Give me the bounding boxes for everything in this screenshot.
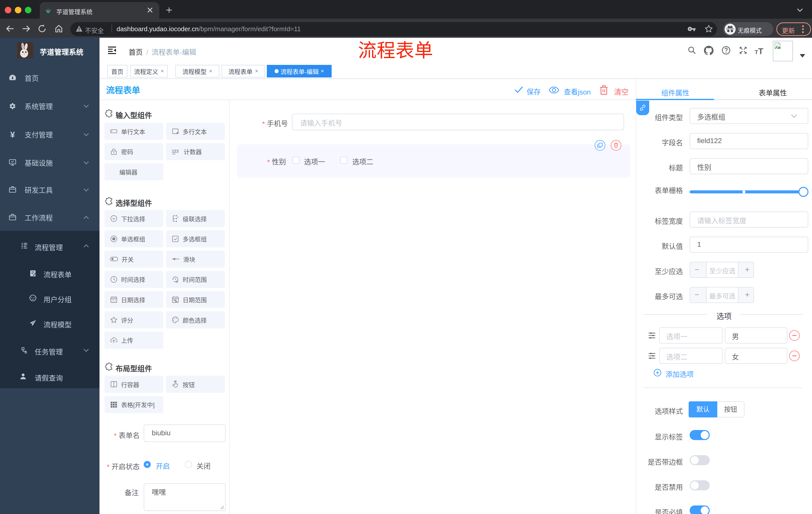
svg-text:123: 123 <box>172 148 179 153</box>
